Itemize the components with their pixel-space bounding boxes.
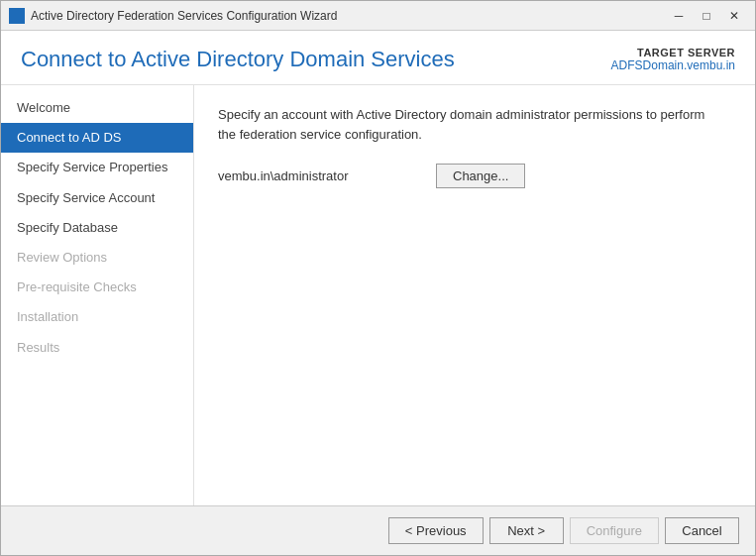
wizard-window: Active Directory Federation Services Con… bbox=[0, 0, 756, 556]
account-row: vembu.in\administrator Change... bbox=[218, 164, 731, 188]
title-bar: Active Directory Federation Services Con… bbox=[1, 1, 755, 31]
maximize-button[interactable]: □ bbox=[694, 6, 719, 26]
window-title: Active Directory Federation Services Con… bbox=[31, 9, 666, 23]
target-server-label: TARGET SERVER bbox=[611, 47, 735, 58]
cancel-button[interactable]: Cancel bbox=[665, 517, 739, 544]
next-button[interactable]: Next > bbox=[489, 517, 564, 544]
sidebar-item-prereq: Pre-requisite Checks bbox=[1, 273, 193, 302]
minimize-button[interactable]: ─ bbox=[666, 6, 692, 26]
content-area: Connect to Active Directory Domain Servi… bbox=[1, 31, 755, 555]
sidebar-item-results: Results bbox=[1, 333, 193, 363]
configure-button[interactable]: Configure bbox=[570, 517, 659, 544]
sidebar-item-install: Installation bbox=[1, 302, 193, 332]
footer: < Previous Next > Configure Cancel bbox=[1, 505, 755, 555]
previous-button[interactable]: < Previous bbox=[388, 517, 484, 544]
sidebar-item-connect-ad[interactable]: Connect to AD DS bbox=[1, 123, 193, 153]
account-value: vembu.in\administrator bbox=[218, 168, 416, 183]
sidebar-item-review: Review Options bbox=[1, 243, 193, 273]
change-button[interactable]: Change... bbox=[436, 164, 525, 188]
target-server-info: TARGET SERVER ADFSDomain.vembu.in bbox=[611, 47, 735, 72]
page-title: Connect to Active Directory Domain Servi… bbox=[21, 47, 455, 72]
main-panel: Specify an account with Active Directory… bbox=[194, 85, 755, 505]
sidebar-item-service-props[interactable]: Specify Service Properties bbox=[1, 153, 193, 182]
description-text: Specify an account with Active Directory… bbox=[218, 105, 713, 144]
target-server-name: ADFSDomain.vembu.in bbox=[611, 58, 735, 72]
body-area: WelcomeConnect to AD DSSpecify Service P… bbox=[1, 85, 755, 505]
sidebar-item-welcome[interactable]: Welcome bbox=[1, 93, 193, 123]
app-icon bbox=[9, 8, 25, 24]
window-controls: ─ □ ✕ bbox=[666, 6, 747, 26]
close-button[interactable]: ✕ bbox=[721, 6, 747, 26]
sidebar-item-database[interactable]: Specify Database bbox=[1, 213, 193, 243]
sidebar-item-service-account[interactable]: Specify Service Account bbox=[1, 183, 193, 213]
page-header: Connect to Active Directory Domain Servi… bbox=[1, 31, 755, 85]
sidebar-nav: WelcomeConnect to AD DSSpecify Service P… bbox=[1, 85, 194, 505]
